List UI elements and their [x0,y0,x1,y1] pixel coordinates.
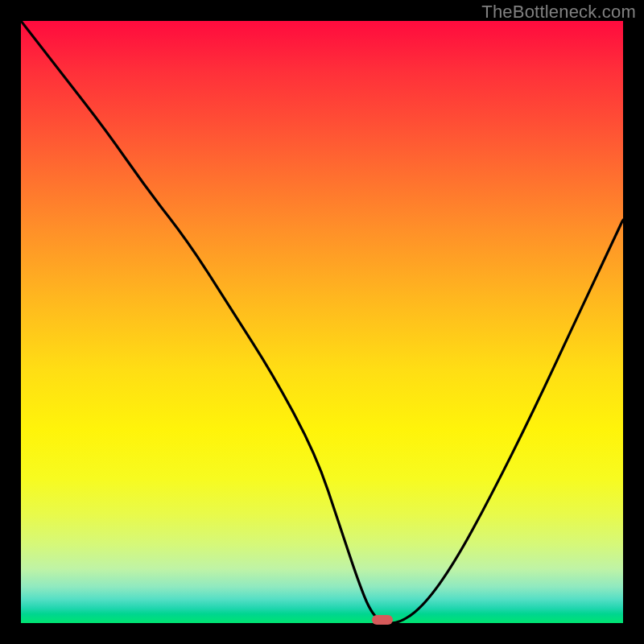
minimum-marker [372,615,393,625]
chart-container: TheBottleneck.com [0,0,644,644]
watermark-text: TheBottleneck.com [481,2,636,23]
bottleneck-curve [21,21,623,623]
plot-area [21,21,623,623]
